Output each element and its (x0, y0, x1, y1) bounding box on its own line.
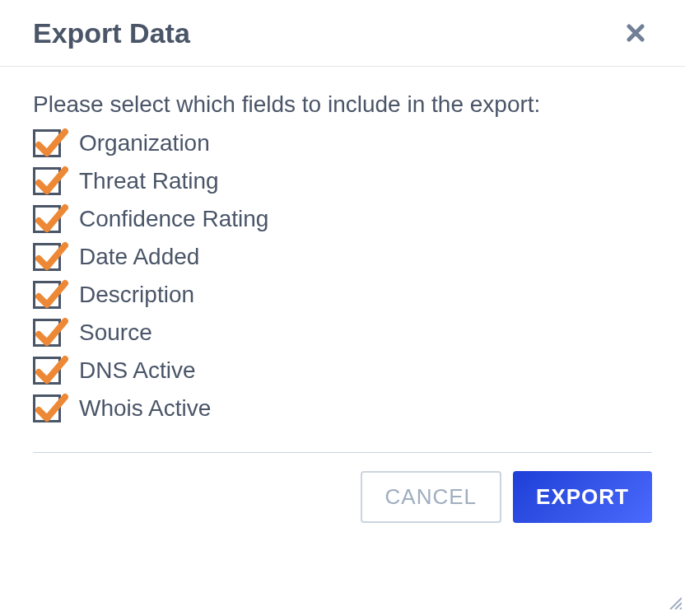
checkmark-icon (34, 352, 68, 387)
checkbox-label[interactable]: Threat Rating (79, 168, 219, 194)
checkbox-dns-active[interactable] (33, 357, 61, 385)
resize-handle[interactable] (667, 595, 682, 613)
svg-line-2 (680, 608, 682, 609)
checkbox-item-organization: Organization (33, 124, 652, 162)
modal-body: Please select which fields to include in… (0, 67, 685, 436)
checkbox-label[interactable]: Confidence Rating (79, 206, 268, 232)
modal-title: Export Data (33, 17, 190, 49)
checkmark-icon (34, 239, 68, 273)
checkmark-icon (34, 277, 68, 311)
checkbox-item-threat-rating: Threat Rating (33, 162, 652, 200)
close-icon (627, 24, 645, 42)
checkbox-item-date-added: Date Added (33, 238, 652, 276)
checkmark-icon (34, 201, 68, 236)
checkbox-organization[interactable] (33, 129, 61, 157)
checkbox-description[interactable] (33, 281, 61, 309)
instruction-text: Please select which fields to include in… (33, 91, 652, 118)
checkbox-label[interactable]: Source (79, 320, 152, 346)
checkbox-label[interactable]: DNS Active (79, 357, 196, 384)
checkbox-item-description: Description (33, 276, 652, 314)
modal-header: Export Data (0, 0, 685, 67)
cancel-button[interactable]: CANCEL (361, 471, 501, 523)
checkmark-icon (34, 315, 68, 349)
checkbox-item-whois-active: Whois Active (33, 390, 652, 427)
close-button[interactable] (619, 16, 652, 49)
checkbox-item-source: Source (33, 314, 652, 352)
export-button[interactable]: EXPORT (513, 471, 652, 523)
checkmark-icon (34, 125, 68, 160)
checkbox-label[interactable]: Whois Active (79, 395, 211, 422)
modal-footer: CANCEL EXPORT (33, 452, 652, 548)
checkmark-icon (34, 390, 68, 425)
checkmark-icon (34, 163, 68, 198)
checkbox-whois-active[interactable] (33, 394, 61, 422)
field-checkbox-list: Organization Threat Rating Confidence Ra… (33, 124, 652, 427)
checkbox-source[interactable] (33, 319, 61, 347)
checkbox-date-added[interactable] (33, 243, 61, 271)
checkbox-label[interactable]: Organization (79, 130, 210, 156)
checkbox-confidence-rating[interactable] (33, 205, 61, 233)
export-data-modal: Export Data Please select which fields t… (0, 0, 685, 548)
checkbox-label[interactable]: Date Added (79, 244, 199, 270)
checkbox-threat-rating[interactable] (33, 167, 61, 195)
resize-grip-icon (667, 595, 682, 609)
checkbox-item-confidence-rating: Confidence Rating (33, 200, 652, 238)
checkbox-label[interactable]: Description (79, 282, 194, 308)
checkbox-item-dns-active: DNS Active (33, 352, 652, 390)
